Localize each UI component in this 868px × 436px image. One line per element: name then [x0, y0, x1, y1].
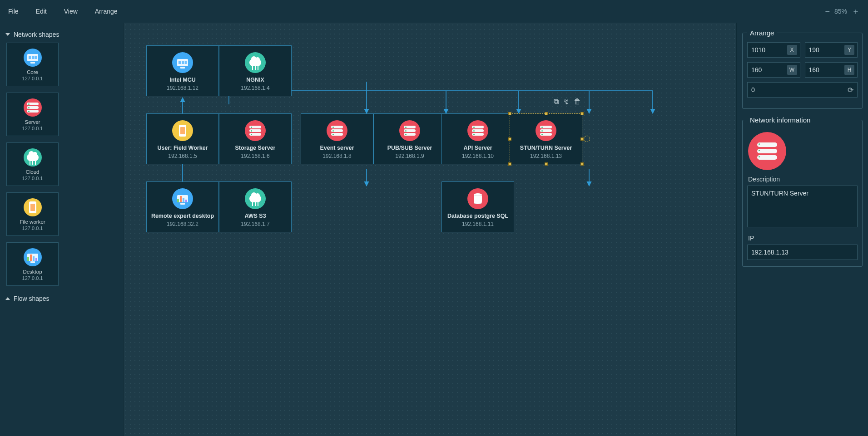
server-icon: [467, 120, 488, 141]
node-nginx[interactable]: NGNIX 192.168.1.4: [219, 45, 292, 96]
node-ip: 192.168.1.5: [168, 153, 197, 159]
node-pubsub-server[interactable]: PUB/SUB Server 192.168.1.9: [373, 113, 446, 164]
resize-handle[interactable]: [580, 162, 584, 166]
palette-ip: 127.0.0.1: [22, 76, 43, 81]
database-icon: [467, 188, 488, 209]
cloud-icon: [24, 148, 42, 167]
input-w-wrap: W: [747, 62, 800, 78]
server-icon: [399, 120, 420, 141]
unit-h: H: [844, 65, 854, 75]
zoom-level: 85%: [834, 8, 847, 15]
node-ip: 192.168.1.10: [462, 153, 494, 159]
monitor-icon: [24, 49, 42, 67]
palette-ip: 127.0.0.1: [22, 176, 43, 181]
server-icon: [24, 98, 42, 117]
node-ip: 192.168.1.4: [241, 85, 269, 91]
node-ip: 192.168.1.6: [241, 153, 269, 159]
palette-ip: 127.0.0.1: [22, 225, 43, 231]
palette-server[interactable]: Server 127.0.0.1: [6, 93, 59, 136]
resize-handle[interactable]: [580, 112, 584, 115]
resize-handle[interactable]: [580, 137, 584, 141]
section-flow-shapes[interactable]: Flow shapes: [5, 292, 119, 307]
input-rotation-wrap: ⟳: [747, 82, 858, 98]
input-description[interactable]: [747, 186, 858, 227]
node-ip: 192.168.1.11: [462, 221, 494, 227]
resize-handle[interactable]: [508, 112, 511, 115]
input-y[interactable]: [805, 46, 845, 54]
server-icon: [536, 120, 556, 141]
sidebar-right: Arrange X Y W: [736, 23, 868, 436]
rotate-icon[interactable]: ⟳: [848, 86, 853, 94]
unit-y: Y: [844, 45, 854, 55]
palette-core[interactable]: Core 127.0.0.1: [6, 43, 59, 86]
section-label: Flow shapes: [14, 295, 50, 302]
label-description: Description: [748, 176, 858, 183]
node-label: AWS S3: [244, 213, 266, 219]
palette-file-worker[interactable]: File worker 127.0.0.1: [6, 192, 59, 236]
node-event-server[interactable]: Event server 192.168.1.8: [301, 113, 373, 164]
input-x[interactable]: [748, 46, 787, 54]
resize-handle[interactable]: [508, 162, 511, 166]
node-aws-s3[interactable]: AWS S3 192.168.1.7: [219, 181, 292, 232]
server-icon: [245, 120, 266, 141]
palette-label: Cloud: [25, 169, 39, 175]
server-icon: [327, 120, 347, 141]
node-intel-mcu[interactable]: Intel MCU 192.168.1.12: [146, 45, 219, 96]
node-user-field-worker[interactable]: User: Field Worker 192.168.1.5: [146, 113, 219, 164]
palette-desktop[interactable]: Desktop 127.0.0.1: [6, 242, 59, 286]
copy-icon[interactable]: ⧉: [554, 98, 559, 106]
node-label: STUN/TURN Server: [520, 145, 572, 151]
palette-ip: 127.0.0.1: [22, 275, 43, 281]
input-y-wrap: Y: [805, 42, 858, 58]
palette-label: File worker: [20, 219, 45, 225]
node-toolbar: ⧉ ↯ 🗑: [554, 98, 581, 106]
panel-legend: Arrange: [747, 29, 777, 37]
input-h[interactable]: [805, 66, 845, 73]
rotate-handle[interactable]: [584, 136, 590, 142]
input-w[interactable]: [748, 66, 787, 73]
node-stun-turn-server[interactable]: ⧉ ↯ 🗑 STUN/TURN Server 192.168.1.13: [510, 113, 582, 164]
section-label: Network shapes: [14, 31, 59, 38]
input-h-wrap: H: [805, 62, 858, 78]
input-rotation[interactable]: [748, 86, 848, 93]
palette-network: Core 127.0.0.1 Server 127.0.0.1 Cloud 12…: [5, 43, 119, 292]
app-root: File Edit View Arrange − 85% ＋ Network s…: [0, 0, 868, 436]
unit-x: X: [787, 45, 797, 55]
menu-file[interactable]: File: [8, 8, 19, 15]
trash-icon[interactable]: 🗑: [574, 98, 581, 106]
zoom-out-button[interactable]: −: [825, 7, 830, 16]
node-remote-expert-desktop[interactable]: Remote expert desktop 192.168.32.2: [146, 181, 219, 232]
menu-view[interactable]: View: [64, 8, 78, 15]
node-database-postgresql[interactable]: Database postgre SQL 192.168.1.11: [441, 181, 514, 232]
palette-cloud[interactable]: Cloud 127.0.0.1: [6, 142, 59, 186]
panel-arrange: Arrange X Y W: [742, 29, 863, 109]
node-label: Intel MCU: [169, 77, 196, 83]
connect-icon[interactable]: ↯: [563, 98, 569, 106]
menu-edit[interactable]: Edit: [36, 8, 47, 15]
panel-network-info: Network information Description IP: [742, 116, 863, 267]
section-network-shapes[interactable]: Network shapes: [5, 28, 119, 43]
resize-handle[interactable]: [545, 112, 548, 115]
node-api-server[interactable]: API Server 192.168.1.10: [441, 113, 514, 164]
palette-ip: 127.0.0.1: [22, 126, 43, 131]
node-ip: 192.168.1.12: [167, 85, 198, 91]
server-icon: [748, 132, 786, 170]
resize-handle[interactable]: [508, 137, 511, 141]
node-ip: 192.168.1.13: [530, 153, 562, 159]
canvas[interactable]: Intel MCU 192.168.1.12 NGNIX 192.168.1.4…: [124, 23, 736, 436]
zoom-in-button[interactable]: ＋: [852, 6, 860, 17]
panel-legend: Network information: [747, 116, 813, 124]
chevron-down-icon: [5, 33, 10, 36]
node-ip: 192.168.32.2: [167, 221, 198, 227]
palette-label: Desktop: [23, 269, 42, 274]
input-ip[interactable]: [747, 245, 858, 260]
cloud-icon: [245, 188, 266, 209]
resize-handle[interactable]: [545, 162, 548, 166]
node-storage-server[interactable]: Storage Server 192.168.1.6: [219, 113, 292, 164]
zoom-controls: − 85% ＋: [825, 6, 860, 17]
node-label: Storage Server: [235, 145, 276, 151]
node-label: Remote expert desktop: [151, 213, 214, 219]
menu-arrange[interactable]: Arrange: [95, 8, 118, 15]
desktop-icon: [172, 188, 193, 209]
node-label: API Server: [463, 145, 492, 151]
